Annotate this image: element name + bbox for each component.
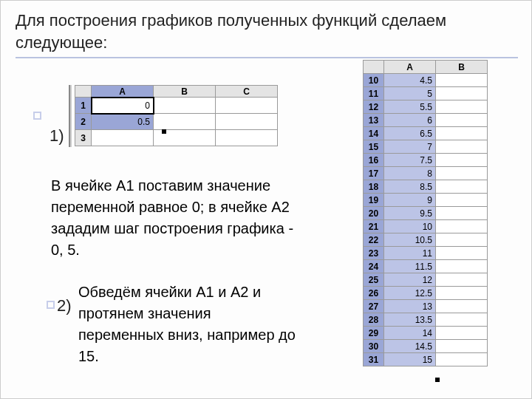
row-header[interactable]: 27 [364,300,384,313]
cell[interactable]: 9.5 [384,207,436,220]
row-header-1[interactable]: 1 [75,98,92,114]
cell[interactable] [436,140,488,154]
cell[interactable] [436,154,488,167]
row-header-2[interactable]: 2 [75,114,92,130]
cell[interactable] [436,340,488,353]
cell[interactable] [436,287,488,300]
cell[interactable] [436,233,488,247]
col-header-b[interactable]: B [154,86,216,98]
cell[interactable] [436,207,488,220]
row-header[interactable]: 12 [364,100,384,114]
row-header[interactable]: 28 [364,313,384,327]
cell[interactable]: 9 [384,194,436,207]
cell[interactable] [436,247,488,260]
row-header[interactable]: 18 [364,180,384,194]
cell[interactable] [436,127,488,140]
cell[interactable]: 5.5 [384,100,436,114]
cell[interactable] [436,87,488,100]
cell-c2[interactable] [216,114,278,130]
page-title: Для построения графиков полученных функц… [16,10,488,53]
step-1-text: В ячейке А1 поставим значение переменной… [51,175,310,261]
cell[interactable] [436,327,488,340]
col-header-c[interactable]: C [216,86,278,98]
cell[interactable]: 10 [384,220,436,233]
row-header[interactable]: 26 [364,287,384,300]
cell-a1[interactable]: 0 [92,98,154,114]
cell[interactable]: 12.5 [384,287,436,300]
cell[interactable] [436,194,488,207]
step-2-text: Обведём ячейки А1 и А2 и протянем значен… [78,282,300,367]
corner-cell[interactable] [75,86,92,98]
cell[interactable]: 8 [384,167,436,180]
row-header[interactable]: 22 [364,233,384,247]
cell[interactable] [436,353,488,366]
row-header[interactable]: 21 [364,220,384,233]
cell[interactable]: 8.5 [384,180,436,194]
cell-b2[interactable] [154,114,216,130]
cell[interactable] [436,114,488,127]
accent-square-icon [33,112,41,120]
row-header[interactable]: 25 [364,273,384,287]
cell[interactable]: 4.5 [384,74,436,87]
row-header[interactable]: 24 [364,260,384,273]
cell[interactable] [436,180,488,194]
cell[interactable] [436,260,488,273]
cell[interactable]: 11.5 [384,260,436,273]
accent-square-icon [47,301,55,309]
cell[interactable] [436,100,488,114]
row-header[interactable]: 14 [364,127,384,140]
row-header[interactable]: 10 [364,74,384,87]
col-header-b[interactable]: B [436,61,488,74]
spreadsheet-big: A B 104.5 115 125.5 136 146.5 157 167.5 … [363,60,488,366]
cell[interactable] [436,300,488,313]
col-header-a[interactable]: A [92,86,154,98]
cell[interactable] [436,220,488,233]
cell-a2[interactable]: 0.5 [92,114,154,130]
row-header[interactable]: 16 [364,154,384,167]
fill-handle-icon[interactable] [435,378,440,382]
row-header-3[interactable]: 3 [75,130,92,146]
cell-c3[interactable] [216,130,278,146]
cell[interactable] [436,273,488,287]
row-header[interactable]: 20 [364,207,384,220]
cell-a3[interactable] [92,130,154,146]
cell[interactable]: 13.5 [384,313,436,327]
spreadsheet-side-border [69,85,72,147]
cell[interactable]: 11 [384,247,436,260]
row-header[interactable]: 15 [364,140,384,154]
divider [16,57,518,58]
row-header[interactable]: 11 [364,87,384,100]
cell[interactable]: 7 [384,140,436,154]
cell[interactable]: 13 [384,300,436,313]
cell[interactable]: 15 [384,353,436,366]
fill-handle-icon[interactable] [162,129,166,134]
cell[interactable] [436,313,488,327]
col-header-a[interactable]: A [384,61,436,74]
cell[interactable]: 10.5 [384,233,436,247]
row-header[interactable]: 29 [364,327,384,340]
row-header[interactable]: 30 [364,340,384,353]
cell-b1[interactable] [154,98,216,114]
cell[interactable] [436,167,488,180]
cell[interactable]: 6 [384,114,436,127]
cell[interactable]: 5 [384,87,436,100]
row-header[interactable]: 23 [364,247,384,260]
spreadsheet-small: A B C 1 0 2 0.5 3 [75,85,278,146]
row-header[interactable]: 19 [364,194,384,207]
cell[interactable]: 12 [384,273,436,287]
cell[interactable]: 14 [384,327,436,340]
cell[interactable]: 14.5 [384,340,436,353]
row-header[interactable]: 13 [364,114,384,127]
row-header[interactable]: 31 [364,353,384,366]
step-1-label: 1) [50,126,64,146]
cell[interactable]: 6.5 [384,127,436,140]
corner-cell[interactable] [364,61,384,74]
cell[interactable]: 7.5 [384,154,436,167]
row-header[interactable]: 17 [364,167,384,180]
step-2-label: 2) [57,296,72,316]
cell-c1[interactable] [216,98,278,114]
cell[interactable] [436,74,488,87]
